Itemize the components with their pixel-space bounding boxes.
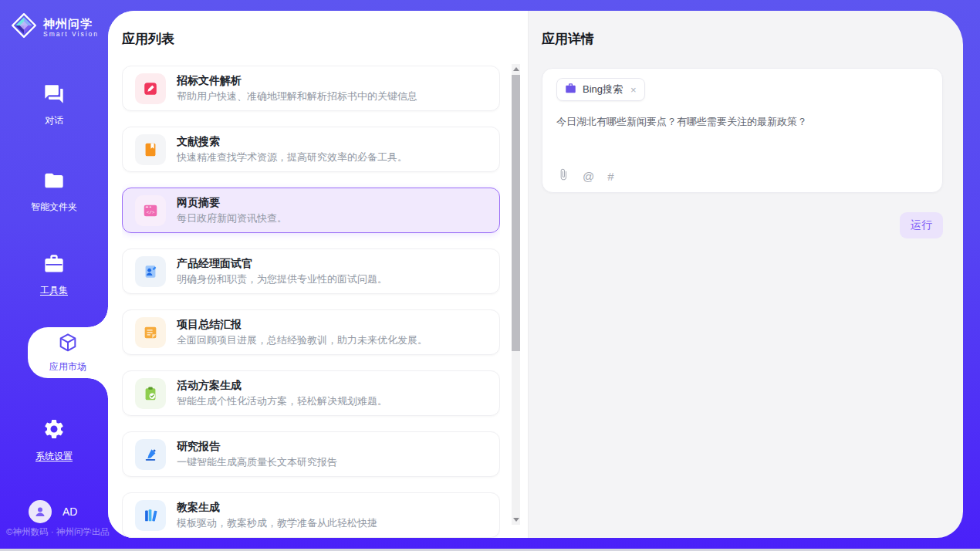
app-card-name: 文献搜索 <box>177 135 407 148</box>
app-card-lesson-plan[interactable]: 教案生成 模板驱动，教案秒成，教学准备从此轻松快捷 <box>122 492 500 538</box>
app-card-activity-plan[interactable]: 活动方案生成 智能生成个性化活动方案，轻松解决规划难题。 <box>122 370 500 416</box>
sidebar-item-chat[interactable]: 对话 <box>0 83 108 127</box>
prompt-card: Bing搜索 × 今日湖北有哪些新闻要点？有哪些需要关注的最新政策？ @ # <box>542 68 943 193</box>
sidebar-item-app-market[interactable]: 应用市场 <box>28 327 108 378</box>
user-initials: AD <box>63 505 77 518</box>
app-card-name: 教案生成 <box>177 501 377 514</box>
app-card-pm-interviewer[interactable]: 产品经理面试官 明确身份和职责，为您提供专业性的面试问题。 <box>122 248 500 294</box>
paperclip-icon[interactable] <box>557 168 569 184</box>
briefcase-icon <box>565 83 576 97</box>
app-card-name: 项目总结汇报 <box>177 318 427 331</box>
sidebar-footer-credit: ©神州数码 · 神州问学出品 <box>6 526 110 538</box>
app-list-title: 应用列表 <box>122 30 174 48</box>
browser-code-icon: </> <box>135 195 166 226</box>
clipboard-check-icon <box>135 378 166 409</box>
sidebar-item-label: 对话 <box>45 114 63 127</box>
app-card-desc: 每日政府新闻资讯快查。 <box>177 211 287 225</box>
tool-tag-close-icon[interactable]: × <box>630 84 637 96</box>
sidebar-item-settings[interactable]: 系统设置 <box>0 417 108 463</box>
brand-logo-diamond-icon <box>10 12 38 42</box>
app-card-tender-parse[interactable]: 招标文件解析 帮助用户快速、准确地理解和解析招标书中的关键信息 <box>122 66 500 111</box>
app-card-name: 研究报告 <box>177 440 337 453</box>
book-icon <box>135 134 166 165</box>
app-card-desc: 全面回顾项目进展，总结经验教训，助力未来优化发展。 <box>177 333 427 346</box>
app-detail-panel: 应用详情 Bing搜索 × 今日湖北有哪些新闻要点？有哪些需要关注的最新政策？ … <box>528 11 963 538</box>
prompt-text[interactable]: 今日湖北有哪些新闻要点？有哪些需要关注的最新政策？ <box>556 114 928 129</box>
scroll-up-icon[interactable] <box>513 67 519 71</box>
hashtag-icon[interactable]: # <box>607 171 613 182</box>
pen-nib-icon <box>135 439 166 470</box>
app-card-desc: 明确身份和职责，为您提供专业性的面试问题。 <box>177 272 387 286</box>
tool-tag-bing-search[interactable]: Bing搜索 × <box>556 78 645 101</box>
tool-tag-label: Bing搜索 <box>583 83 623 96</box>
sidebar-item-smart-folder[interactable]: 智能文件夹 <box>0 170 108 214</box>
main-content: 应用列表 招标文件解析 帮助用户快速、准确地理解和解析招标书中的关键信息 文献搜… <box>108 11 963 538</box>
app-card-name: 网页摘要 <box>177 196 287 209</box>
brand-name: 神州问学 <box>43 17 99 30</box>
note-icon <box>135 317 166 348</box>
app-card-name: 产品经理面试官 <box>177 257 387 270</box>
sidebar-item-toolset[interactable]: 工具集 <box>0 253 108 297</box>
svg-text:</>: </> <box>147 210 155 215</box>
app-card-literature-search[interactable]: 文献搜索 快速精准查找学术资源，提高研究效率的必备工具。 <box>122 127 500 172</box>
sidebar-item-label: 智能文件夹 <box>31 201 77 214</box>
avatar <box>29 500 52 523</box>
app-list-scrollbar[interactable] <box>512 64 520 525</box>
sidebar-item-label: 系统设置 <box>35 450 73 463</box>
gear-icon <box>42 417 66 443</box>
books-icon <box>135 500 166 531</box>
mention-icon[interactable]: @ <box>583 171 594 182</box>
sidebar-item-label: 应用市场 <box>49 360 86 374</box>
brand: 神州问学 Smart Vision <box>10 12 99 42</box>
app-card-desc: 一键智能生成高质量长文本研究报告 <box>177 455 337 468</box>
app-card-project-summary[interactable]: 项目总结汇报 全面回顾项目进展，总结经验教训，助力未来优化发展。 <box>122 309 500 355</box>
app-card-name: 招标文件解析 <box>177 74 417 87</box>
scroll-down-icon[interactable] <box>513 518 519 522</box>
app-card-desc: 快速精准查找学术资源，提高研究效率的必备工具。 <box>177 150 407 164</box>
prompt-toolbar: @ # <box>557 168 614 184</box>
sidebar: 神州问学 Smart Vision 对话 智能文件夹 工具集 应用市场 系统设置 <box>0 0 108 551</box>
chat-icon <box>43 83 65 107</box>
app-card-name: 活动方案生成 <box>177 379 387 392</box>
cube-icon <box>57 332 79 356</box>
app-card-desc: 帮助用户快速、准确地理解和解析招标书中的关键信息 <box>177 90 417 103</box>
app-card-desc: 模板驱动，教案秒成，教学准备从此轻松快捷 <box>177 516 377 529</box>
toolbox-icon <box>43 253 65 277</box>
app-card-web-summary[interactable]: </> 网页摘要 每日政府新闻资讯快查。 <box>122 188 500 233</box>
app-list-panel: 应用列表 招标文件解析 帮助用户快速、准确地理解和解析招标书中的关键信息 文献搜… <box>108 11 528 538</box>
app-card-list: 招标文件解析 帮助用户快速、准确地理解和解析招标书中的关键信息 文献搜索 快速精… <box>122 66 500 538</box>
sidebar-item-label: 工具集 <box>40 284 68 297</box>
app-detail-title: 应用详情 <box>542 30 943 48</box>
folder-icon <box>43 170 65 194</box>
app-card-research-report[interactable]: 研究报告 一键智能生成高质量长文本研究报告 <box>122 431 500 477</box>
app-card-desc: 智能生成个性化活动方案，轻松解决规划难题。 <box>177 394 387 407</box>
brand-subtitle: Smart Vision <box>43 30 99 38</box>
tender-parse-pen-icon <box>135 73 166 104</box>
scrollbar-thumb[interactable] <box>512 75 520 351</box>
run-button[interactable]: 运行 <box>900 212 943 238</box>
user-account[interactable]: AD <box>29 500 77 523</box>
interviewer-person-icon <box>135 256 166 287</box>
